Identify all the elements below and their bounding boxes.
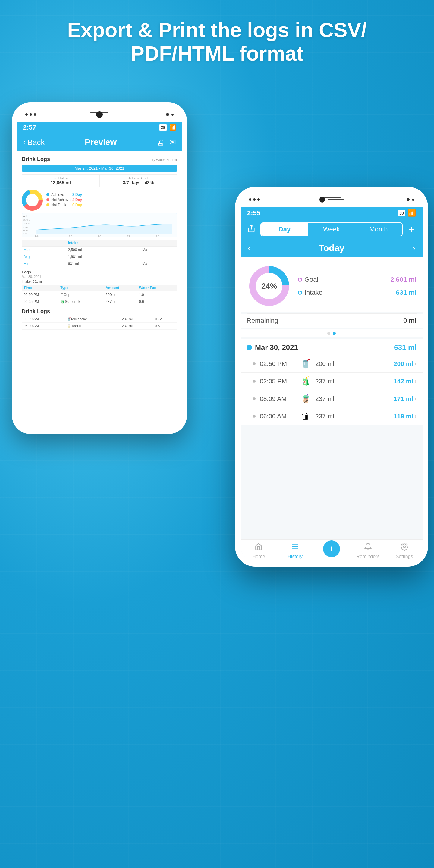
log-factor-2: 0.6 — [137, 299, 177, 305]
log-type-1: ☐Cup — [59, 291, 104, 299]
achieve-value: 3 Day — [72, 193, 82, 197]
col-header-date — [141, 240, 177, 247]
add-icon: + — [329, 544, 335, 555]
history-icon — [291, 543, 299, 553]
max-label: Max — [22, 247, 66, 253]
log-section: Mar 30, 2021 631 ml 02:50 PM 🥤 200 ml 20… — [241, 339, 423, 425]
log-entry-3[interactable]: 08:09 AM 🧋 237 ml 171 ml › — [241, 390, 423, 407]
phone1-status-bar: 2:57 29 📶 — [17, 122, 182, 133]
svg-text:26: 26 — [98, 235, 101, 237]
intake-stat-name: Intake — [298, 289, 322, 297]
log-date-circle — [247, 345, 252, 350]
nav-settings[interactable]: Settings — [386, 543, 423, 559]
phone2-time: 2:55 — [247, 209, 260, 217]
nav-history[interactable]: History — [277, 543, 313, 559]
log-factor-1: 1.0 — [137, 291, 177, 299]
reminders-icon — [364, 543, 372, 553]
pie-legend: Achieve 3 Day Not Achieve 4 Day Not Drin… — [46, 193, 82, 208]
log-bullet-1 — [253, 362, 255, 365]
wifi-icon: 📶 — [169, 124, 176, 131]
log-date-row: Mar 30, 2021 631 ml — [241, 339, 423, 355]
legend-achieve: Achieve 3 Day — [46, 193, 82, 197]
dl-time-1: 08:09 AM — [22, 316, 65, 323]
svg-text:3759: 3759 — [23, 219, 30, 221]
log-entry-4[interactable]: 06:00 AM 🗑 237 ml 119 ml › — [241, 407, 423, 425]
drink-row-2: 06:00 AM 🥛Yogurt 237 ml 0.5 — [22, 323, 177, 330]
svg-text:1869: 1869 — [23, 227, 30, 229]
phone2-dot3 — [257, 198, 260, 201]
intake-circle — [298, 290, 302, 295]
avg-date — [141, 253, 177, 260]
dot-indicators — [241, 330, 423, 337]
log-amount-1: 200 ml — [315, 360, 390, 367]
stats-table: Intake Max 2,500 ml Ma Avg 1,981 ml — [22, 240, 177, 267]
nav-title: Today — [318, 243, 344, 253]
back-button[interactable]: ‹ Back — [23, 138, 44, 147]
nav-add[interactable]: + — [313, 543, 350, 559]
achieve-goal-value: 3/7 days - 43% — [101, 180, 176, 185]
donut-section: 24% Goal 2,601 ml Intake — [241, 257, 423, 312]
next-button[interactable]: › — [412, 243, 415, 253]
reminders-label: Reminders — [356, 554, 379, 559]
history-label: History — [287, 554, 303, 559]
phone1-notch — [17, 107, 182, 122]
intake-value: 631 ml — [396, 289, 417, 297]
total-intake-label: Total Intake — [24, 176, 98, 180]
drink-logs2-table: 08:09 AM 🥤Milkshake 237 ml 0.72 06:00 AM… — [22, 316, 177, 330]
total-intake-value: 13,865 ml — [24, 180, 98, 185]
add-button[interactable]: + — [323, 540, 340, 557]
phone1-rdot1 — [166, 113, 169, 116]
nav-row: ‹ Today › — [241, 241, 423, 257]
log-date: Mar 30, 2021 — [255, 343, 298, 352]
nav-reminders[interactable]: Reminders — [350, 543, 386, 559]
log-water-val-1: 200 ml — [394, 360, 413, 367]
svg-point-24 — [403, 546, 405, 548]
remaining-value: 0 ml — [403, 317, 416, 324]
log-row-2: 02:05 PM 🧃Soft drink 237 ml 0.6 — [22, 299, 177, 305]
not-drink-label: Not Drink — [51, 203, 66, 207]
max-value: 2,500 ml — [66, 247, 141, 253]
not-drink-dot — [46, 204, 50, 207]
print-icon[interactable]: 🖨 — [157, 138, 164, 147]
log-entry-2[interactable]: 02:05 PM 🧃 237 ml 142 ml › — [241, 372, 423, 390]
phone1-appbar: ‹ Back Preview 🖨 ✉ — [17, 133, 182, 151]
home-label: Home — [252, 554, 265, 559]
col-header-intake: Intake — [66, 240, 141, 247]
log-entry-1[interactable]: 02:50 PM 🥤 200 ml 200 ml › — [241, 355, 423, 372]
back-label: Back — [27, 138, 45, 147]
svg-text:2504: 2504 — [23, 222, 30, 224]
log-water-1: 200 ml › — [394, 360, 416, 367]
phone2-rdot1 — [407, 198, 410, 201]
chevron-2: › — [414, 378, 416, 384]
drink-logs2-title: Drink Logs — [22, 308, 177, 315]
share-button[interactable] — [245, 224, 257, 235]
phone2-device: 2:55 30 📶 Day Week Month + — [235, 187, 428, 567]
log-time-2: 02:05 PM — [22, 299, 59, 305]
drink-logs-title: Drink Logs — [22, 156, 50, 162]
logs-title: Logs — [22, 270, 177, 274]
avg-label: Avg — [22, 253, 66, 260]
email-icon[interactable]: ✉ — [169, 138, 176, 147]
preview-actions: 🖨 ✉ — [157, 138, 176, 147]
achieve-dot — [46, 193, 50, 196]
add-entry-button[interactable]: + — [406, 224, 418, 236]
remaining-row: Remaining 0 ml — [241, 314, 423, 328]
tab-week[interactable]: Week — [308, 223, 355, 236]
header-title: Export & Print the logs in CSV/ PDF/HTML… — [67, 19, 367, 65]
log-time-4: 06:00 AM — [260, 412, 296, 420]
log-date-total: 631 ml — [394, 343, 416, 352]
phone2-status-bar: 2:55 30 📶 — [241, 207, 423, 219]
min-date: Ma — [141, 260, 177, 267]
battery-icon: 29 — [159, 124, 167, 130]
tab-day[interactable]: Day — [261, 223, 308, 236]
log-time-3: 08:09 AM — [260, 395, 296, 402]
log-type-2: 🧃Soft drink — [59, 299, 104, 305]
goal-value: 2,601 ml — [390, 276, 416, 284]
logs-table: Time Type Amount Water Fac 02:50 PM ☐Cup… — [22, 284, 177, 305]
nav-home[interactable]: Home — [241, 543, 277, 559]
avg-value: 1,981 ml — [66, 253, 141, 260]
max-date: Ma — [141, 247, 177, 253]
prev-button[interactable]: ‹ — [248, 243, 251, 253]
tab-month[interactable]: Month — [355, 223, 402, 236]
phone2-status-icons: 30 📶 — [398, 209, 416, 217]
